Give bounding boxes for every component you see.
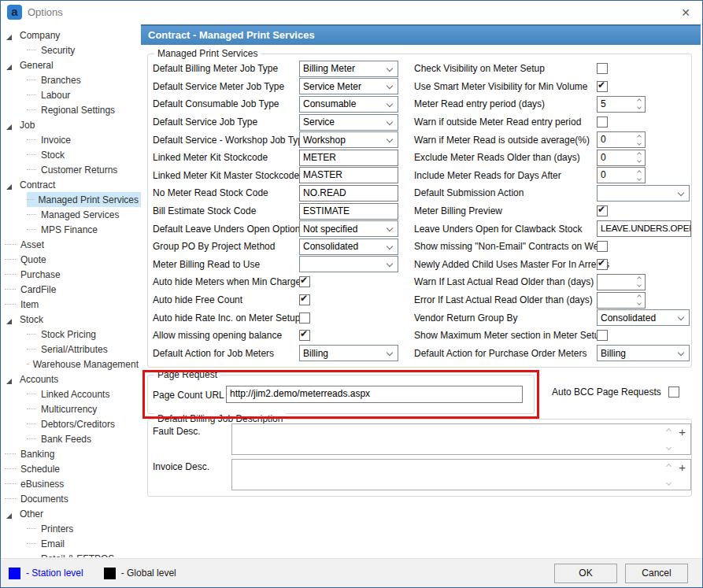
sidebar-item-job[interactable]: Job — [5, 117, 141, 132]
sidebar-item-stock[interactable]: Stock — [5, 312, 141, 327]
sidebar-item-customer-returns[interactable]: Customer Returns — [27, 162, 141, 177]
sidebar-item-retail-eftpos[interactable]: Retail & EFTPOS — [27, 551, 141, 557]
sidebar-item-documents[interactable]: Documents — [5, 491, 141, 506]
spinner-buttons[interactable] — [633, 293, 645, 308]
sidebar-item-banking[interactable]: Banking — [5, 446, 141, 461]
sidebar-item-security[interactable]: Security — [27, 43, 141, 57]
default-service-job-type-select[interactable]: Service — [299, 114, 398, 131]
linked-meter-kit-stockcode-input[interactable]: METER — [299, 150, 398, 166]
default-submission-action-select[interactable] — [597, 185, 690, 202]
sidebar-item-mps-finance[interactable]: MPS Finance — [27, 222, 141, 237]
tree-expander-icon[interactable] — [5, 180, 17, 190]
default-action-for-purchase-order-meters-select[interactable]: Billing — [597, 345, 690, 361]
page-count-url-input[interactable]: http://jim2.demo/meterreads.aspx — [226, 386, 523, 403]
sidebar-item-accounts[interactable]: Accounts — [5, 372, 141, 386]
title-bar: a Options ✕ — [1, 1, 702, 24]
show-missing-non-email-contracts-on-web-checkbox[interactable] — [597, 241, 608, 252]
default-billing-meter-job-type-select[interactable]: Billing Meter — [299, 61, 398, 77]
check-visibility-on-meter-setup-checkbox[interactable] — [597, 63, 608, 74]
sidebar-item-labour[interactable]: Labour — [27, 87, 141, 102]
chevron-up-icon[interactable] — [666, 464, 672, 469]
no-meter-read-stock-code-input[interactable]: NO.READ — [299, 185, 398, 202]
default-service-workshop-job-type-select[interactable]: Workshop — [299, 131, 398, 148]
bill-estimate-stock-code-label: Bill Estimate Stock Code — [153, 205, 299, 216]
cancel-button[interactable]: Cancel — [625, 564, 688, 583]
default-service-meter-job-type-select[interactable]: Service Meter — [299, 78, 398, 94]
sidebar-item-branches[interactable]: Branches — [27, 72, 141, 87]
use-smart-meter-visibility-for-min-volume-checkbox[interactable]: ✔ — [597, 81, 608, 92]
tree-expander-icon[interactable] — [5, 31, 17, 40]
exclude-meter-reads-older-than-days-spinner[interactable]: 0 — [597, 150, 646, 166]
linked-meter-kit-master-stockcode-input[interactable]: MASTER — [299, 167, 398, 183]
ok-button[interactable]: OK — [554, 564, 617, 583]
sidebar-item-serial-attributes[interactable]: Serial/Attributes — [27, 342, 141, 357]
bill-estimate-stock-code-input[interactable]: ESTIMATE — [299, 203, 398, 220]
sidebar-item-printers[interactable]: Printers — [27, 521, 141, 536]
default-service-workshop-job-type-label: Default Service - Workshop Job Type — [153, 135, 299, 146]
sidebar-item-item[interactable]: Item — [5, 297, 141, 312]
sidebar-item-quote[interactable]: Quote — [5, 252, 141, 267]
warn-if-last-actual-read-older-than-days-spinner[interactable] — [597, 274, 646, 290]
sidebar-item-cardfile[interactable]: CardFile — [5, 282, 141, 297]
fault-desc-textarea[interactable]: + — [231, 423, 691, 455]
sidebar-item-managed-print-services[interactable]: Managed Print Services — [27, 192, 141, 207]
allow-missing-opening-balance-checkbox[interactable]: ✔ — [299, 330, 310, 341]
sidebar-item-email[interactable]: Email — [27, 536, 141, 551]
sidebar-item-debtors-creditors[interactable]: Debtors/Creditors — [27, 416, 141, 431]
spinner-buttons[interactable] — [633, 150, 645, 165]
newly-added-child-uses-master-for-in-arrears-checkbox[interactable]: ✔ — [597, 259, 608, 270]
sidebar-item-stock-pricing[interactable]: Stock Pricing — [27, 327, 141, 342]
meter-billing-preview-checkbox[interactable]: ✔ — [597, 205, 608, 216]
include-meter-reads-for-days-after-spinner[interactable]: 0 — [597, 167, 646, 183]
sidebar-item-managed-services[interactable]: Managed Services — [27, 207, 141, 222]
default-action-for-job-meters-select[interactable]: Billing — [299, 345, 398, 361]
sidebar-item-ebusiness[interactable]: eBusiness — [5, 476, 141, 491]
default-leave-unders-open-option-select[interactable]: Not specified — [299, 220, 398, 237]
plus-icon[interactable]: + — [679, 460, 686, 474]
default-consumable-job-type-select[interactable]: Consumable — [299, 96, 398, 113]
chevron-up-icon[interactable] — [666, 428, 672, 434]
vendor-return-group-by-select[interactable]: Consolidated — [597, 309, 690, 326]
tree-expander-icon[interactable] — [5, 375, 17, 384]
tree-expander-icon[interactable] — [5, 61, 17, 70]
sidebar-item-linked-accounts[interactable]: Linked Accounts — [27, 386, 141, 401]
leave-unders-open-for-clawback-stock-input[interactable]: LEAVE.UNDERS.OPEN — [597, 220, 691, 237]
spinner-buttons[interactable] — [633, 97, 645, 112]
sidebar-item-warehouse-management[interactable]: Warehouse Management — [27, 357, 141, 372]
meter-billing-read-to-use-select[interactable] — [299, 256, 398, 272]
tree-expander-icon[interactable] — [5, 509, 17, 519]
sidebar-item-asset[interactable]: Asset — [5, 237, 141, 252]
spinner-buttons[interactable] — [633, 275, 645, 290]
auto-hide-rate-inc-on-meter-setups-checkbox[interactable] — [299, 312, 310, 324]
auto-hide-free-count-checkbox[interactable]: ✔ — [299, 294, 310, 305]
sidebar-item-other[interactable]: Other — [5, 506, 141, 521]
spinner-buttons[interactable] — [633, 132, 645, 147]
sidebar-item-purchase[interactable]: Purchase — [5, 267, 141, 282]
chevron-down-icon[interactable] — [666, 445, 672, 450]
auto-hide-meters-when-min-charge-checkbox[interactable]: ✔ — [299, 276, 310, 287]
warn-if-meter-read-is-outside-average-spinner[interactable]: 0 — [597, 131, 646, 148]
warn-if-outside-meter-read-entry-period-checkbox[interactable] — [597, 116, 608, 128]
sidebar-item-schedule[interactable]: Schedule — [5, 461, 141, 476]
plus-icon[interactable]: + — [679, 425, 686, 438]
close-icon[interactable]: ✕ — [675, 3, 697, 22]
sidebar-item-company[interactable]: Company — [5, 28, 141, 43]
tree-expander-icon[interactable] — [5, 315, 17, 324]
sidebar-item-invoice[interactable]: Invoice — [27, 132, 141, 147]
sidebar-item-bank-feeds[interactable]: Bank Feeds — [27, 431, 141, 446]
error-if-last-actual-read-older-than-days-spinner[interactable] — [597, 292, 646, 309]
sidebar-item-regional-settings[interactable]: Regional Settings — [27, 102, 141, 117]
meter-read-entry-period-days-spinner[interactable]: 5 — [597, 96, 646, 113]
auto-bcc-checkbox[interactable] — [668, 386, 679, 398]
chevron-down-icon[interactable] — [666, 480, 672, 486]
sidebar-item-multicurrency[interactable]: Multicurrency — [27, 401, 141, 416]
tree-expander-icon[interactable] — [5, 120, 17, 130]
show-maximum-meter-section-in-meter-setup-checkbox[interactable] — [597, 330, 608, 341]
invoice-desc-textarea[interactable]: + — [231, 459, 691, 490]
group-po-by-project-method-select[interactable]: Consolidated — [299, 239, 398, 255]
combo-value: Service — [300, 116, 398, 128]
spinner-buttons[interactable] — [633, 168, 645, 183]
sidebar-item-contract[interactable]: Contract — [5, 177, 141, 192]
sidebar-item-stock[interactable]: Stock — [27, 147, 141, 162]
sidebar-item-general[interactable]: General — [5, 57, 141, 72]
